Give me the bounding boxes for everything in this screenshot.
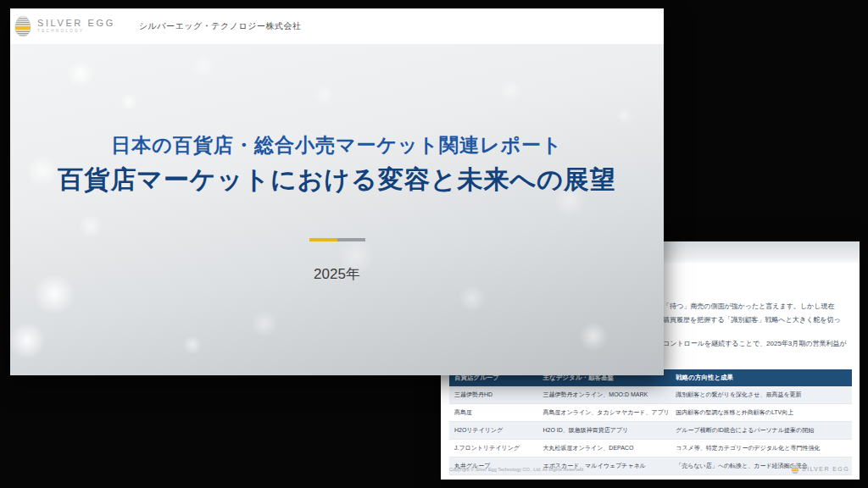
table-row: J.フロントリテイリング 大丸松坂屋オンライン、DEPACO コスメ等、特定カテ… bbox=[449, 440, 852, 458]
table-cell: 大丸松坂屋オンライン、DEPACO bbox=[538, 440, 671, 458]
silver-egg-logo-icon bbox=[14, 15, 31, 37]
logo-brand-text: SILVER EGG bbox=[37, 19, 115, 28]
company-name: シルバーエッグ・テクノロジー株式会社 bbox=[139, 20, 302, 32]
footer-logo-text: SILVER EGG bbox=[802, 466, 849, 472]
title-divider bbox=[309, 238, 365, 241]
table-row: 三越伊勢丹HD 三越伊勢丹オンライン、MOO:D MARK 識別顧客との繋がりを… bbox=[449, 386, 852, 404]
table-cell: 国内顧客の堅調な推移と外商顧客のLTV向上 bbox=[670, 404, 852, 422]
table-cell: 高島屋 bbox=[449, 404, 538, 422]
table-cell: 識別顧客との繋がりを深化させ、最高益を更新 bbox=[670, 386, 852, 404]
presentation-stage: 「待つ」商売の側面が強かったと言えます。しかし現在 購買履歴を把握する「識別顧客… bbox=[0, 0, 868, 488]
table-cell: コスメ等、特定カテゴリーのデジタル化と専門性強化 bbox=[670, 440, 852, 458]
table-cell: 三越伊勢丹HD bbox=[449, 386, 538, 404]
title-slide: SILVER EGG TECHNOLOGY シルバーエッグ・テクノロジー株式会社… bbox=[10, 8, 664, 375]
report-subtitle: 日本の百貨店・総合小売マーケット関連レポート bbox=[10, 132, 664, 158]
divider-gold-segment bbox=[309, 238, 337, 241]
silver-egg-logo-icon bbox=[791, 463, 799, 474]
table-header-strategy: 戦略の方向性と成果 bbox=[670, 369, 852, 386]
table-cell: J.フロントリテイリング bbox=[449, 440, 538, 458]
report-title: 百貨店マーケットにおける変容と未来への展望 bbox=[10, 163, 664, 197]
slide-header: SILVER EGG TECHNOLOGY シルバーエッグ・テクノロジー株式会社 bbox=[10, 8, 664, 44]
report-year: 2025年 bbox=[10, 264, 664, 284]
table-cell: 三越伊勢丹オンライン、MOO:D MARK bbox=[538, 386, 671, 404]
logo-wordmark: SILVER EGG TECHNOLOGY bbox=[37, 19, 115, 34]
paragraph-line: 「待つ」商売の側面が強かったと言えます。しかし現在 bbox=[663, 302, 834, 311]
table-cell: 高島屋オンライン、タカシマヤカード、アプリ bbox=[538, 404, 671, 422]
table-row: 高島屋 高島屋オンライン、タカシマヤカード、アプリ 国内顧客の堅調な推移と外商顧… bbox=[449, 404, 852, 422]
table-cell: 丸井グループ bbox=[449, 458, 538, 475]
footer-logo: SILVER EGG bbox=[791, 463, 849, 474]
table-cell: エポスカード、マルイウェブチャネル bbox=[538, 458, 671, 475]
table-cell: H2Oリテイリング bbox=[449, 422, 538, 440]
department-store-strategy-table: 百貨店グループ 主なデジタル・顧客基盤 戦略の方向性と成果 三越伊勢丹HD 三越… bbox=[449, 369, 852, 475]
paragraph-line: コントロールを継続することで、2025年3月期の営業利益が bbox=[663, 340, 847, 348]
logo-sub-text: TECHNOLOGY bbox=[37, 30, 115, 34]
copyright-text: Copyright © Silver Egg Technology CO., L… bbox=[449, 467, 585, 472]
table-cell: H2O ID、阪急阪神百貨店アプリ bbox=[538, 422, 671, 440]
divider-gray-segment bbox=[337, 238, 365, 241]
title-slide-body: 日本の百貨店・総合小売マーケット関連レポート 百貨店マーケットにおける変容と未来… bbox=[10, 44, 664, 375]
table-cell: グループ横断のID統合によるパーソナル提案の開始 bbox=[670, 422, 852, 440]
table-row: H2Oリテイリング H2O ID、阪急阪神百貨店アプリ グループ横断のID統合に… bbox=[449, 422, 852, 440]
paragraph-line: 購買履歴を把握する「識別顧客」戦略へと大きく舵を切っ bbox=[663, 316, 841, 324]
